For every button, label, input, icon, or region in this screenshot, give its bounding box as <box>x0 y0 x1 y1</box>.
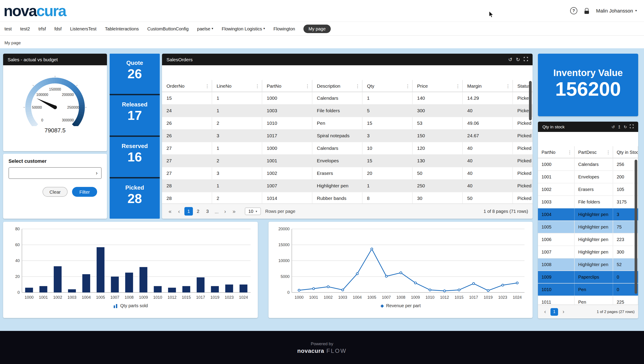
kpi-column: Quote26Released17Reserved16Picked28 <box>110 54 160 219</box>
last-page-button[interactable]: » <box>230 208 238 214</box>
tab-test2[interactable]: test2 <box>20 26 30 31</box>
next-page-button[interactable]: › <box>221 208 229 214</box>
breadcrumb[interactable]: My page <box>5 40 21 45</box>
filter-button[interactable]: Filter <box>72 187 97 197</box>
customer-filter-buttons: Clear Filter <box>9 187 102 197</box>
prev-page-button[interactable]: ‹ <box>175 208 183 214</box>
table-row[interactable]: 1004Highlighter pen3 <box>538 208 638 221</box>
page-button-1[interactable]: 1 <box>550 308 558 316</box>
column-header-margin[interactable]: Margin⋮ <box>463 80 513 92</box>
undo-icon[interactable]: ↺ <box>611 124 615 129</box>
tab-fdsf[interactable]: fdsf <box>54 26 62 31</box>
tab-test[interactable]: test <box>5 26 12 31</box>
table-row[interactable]: 2731002Erasers205040Picked <box>162 167 533 180</box>
column-header-partno[interactable]: PartNo⋮ <box>538 146 575 158</box>
column-header-partno[interactable]: PartNo⋮ <box>262 80 312 92</box>
vertical-scrollbar[interactable] <box>634 160 637 294</box>
first-page-button[interactable]: « <box>166 208 174 214</box>
lock-icon[interactable] <box>584 8 589 14</box>
column-header-description[interactable]: Description⋮ <box>312 80 363 92</box>
table-row[interactable]: 1011Pen225 <box>538 296 638 304</box>
column-menu-icon[interactable]: ⋮ <box>455 84 461 88</box>
expand-icon[interactable] <box>524 57 528 62</box>
tab-my-page[interactable]: My page <box>304 24 331 33</box>
table-row[interactable]: 2621010Pen155349.06Picked <box>162 117 533 130</box>
tab-tableinteractions[interactable]: TableInteractions <box>105 26 139 31</box>
prev-page-button[interactable]: ‹ <box>541 308 549 315</box>
table-row[interactable]: 1008Highlighter pen52 <box>538 258 638 271</box>
tab-flowington[interactable]: Flowington <box>273 26 295 31</box>
footer-brand-suffix: FLOW <box>327 347 347 354</box>
tab-label: Flowington Logistics <box>222 26 262 31</box>
rows-per-page-select[interactable]: 10 ▾ <box>245 208 261 215</box>
tab-flowington-logistics[interactable]: Flowington Logistics▾ <box>222 26 265 31</box>
svg-text:1005: 1005 <box>367 295 376 300</box>
table-row[interactable]: 2711000Calendars1012040Picked <box>162 142 533 155</box>
table-cell: 15 <box>162 92 212 104</box>
next-page-button[interactable]: › <box>560 308 567 315</box>
svg-text:1003: 1003 <box>338 295 347 300</box>
svg-text:250000: 250000 <box>67 106 79 109</box>
export-icon[interactable]: ↥ <box>617 124 621 129</box>
table-row[interactable]: 1009Paperclips0 <box>538 271 638 284</box>
table-row[interactable]: 1511000Calendars114014.29Picked <box>162 92 533 105</box>
kpi-released: Released17 <box>110 95 160 136</box>
tab-label: Flowington <box>273 26 295 31</box>
svg-text:1008: 1008 <box>125 295 134 300</box>
table-row[interactable]: 1005Highlighter pen75 <box>538 221 638 234</box>
clear-button[interactable]: Clear <box>43 187 68 197</box>
column-menu-icon[interactable]: ⋮ <box>254 84 260 88</box>
column-menu-icon[interactable]: ⋮ <box>505 84 511 88</box>
table-row[interactable]: 1006Highlighter pen223 <box>538 234 638 246</box>
tab-listenerstest[interactable]: ListenersTest <box>70 26 96 31</box>
page-button-3[interactable]: 3 <box>203 207 212 216</box>
table-cell: 130 <box>413 155 463 167</box>
column-header-qty-in-stock[interactable]: Qty in Stock <box>613 146 638 158</box>
help-icon[interactable]: ? <box>570 7 577 14</box>
tab-custombuttonconfig[interactable]: CustomButtonConfig <box>147 26 189 31</box>
page-button-1[interactable]: 1 <box>184 207 193 216</box>
customer-select-input[interactable]: › <box>9 167 102 179</box>
expand-icon[interactable] <box>630 124 634 129</box>
revenue-per-part-chart-card: 0500010000150002000010001001100210031004… <box>268 222 533 318</box>
table-cell: Picked <box>513 142 533 154</box>
column-header-partdesc[interactable]: PartDesc⋮ <box>575 146 613 158</box>
column-header-qty[interactable]: Qty⋮ <box>363 80 413 92</box>
refresh-icon[interactable]: ↻ <box>516 56 520 62</box>
column-menu-icon[interactable]: ⋮ <box>355 84 361 88</box>
table-row[interactable]: 2821014Rubber bands83050Picked <box>162 192 533 204</box>
more-pages-button[interactable]: ... <box>213 208 220 214</box>
vertical-scrollbar[interactable] <box>529 81 532 120</box>
tab-trfsf[interactable]: trfsf <box>39 26 46 31</box>
table-row[interactable]: 1001Envelopes200 <box>538 171 638 183</box>
column-menu-icon[interactable]: ⋮ <box>605 150 611 154</box>
column-header-price[interactable]: Price⋮ <box>413 80 463 92</box>
undo-icon[interactable]: ↺ <box>508 56 512 62</box>
column-header-orderno[interactable]: OrderNo⋮ <box>162 80 212 92</box>
kpi-label: Reserved <box>122 143 148 149</box>
table-row[interactable]: 1007Highlighter pen300 <box>538 246 638 258</box>
table-row[interactable]: 1003File folders3175 <box>538 196 638 208</box>
legend-label: Qty parts sold <box>120 303 148 308</box>
table-row[interactable]: 1002Erasers105 <box>538 183 638 196</box>
table-row[interactable]: 2811007Highlighter pen125040Picked <box>162 180 533 192</box>
column-menu-icon[interactable]: ⋮ <box>405 84 411 88</box>
column-menu-icon[interactable]: ⋮ <box>567 150 573 154</box>
table-row[interactable]: 1000Calendars256 <box>538 158 638 171</box>
column-menu-icon[interactable]: ⋮ <box>204 84 210 88</box>
table-row[interactable]: 1010Pen0 <box>538 284 638 296</box>
column-header-label: Status <box>517 83 531 88</box>
table-row[interactable]: 2631017Spiral notepads315024.67Picked <box>162 130 533 142</box>
user-menu[interactable]: Malin Johansson ▾ <box>596 8 637 14</box>
page-button-2[interactable]: 2 <box>194 207 202 216</box>
column-menu-icon[interactable]: ⋮ <box>304 84 310 88</box>
table-row[interactable]: 2721001Envelopes1513040Picked <box>162 155 533 167</box>
sales-orders-card: SalesOrders ↺ ↻ OrderNo⋮LineNo⋮PartNo⋮De… <box>162 54 533 219</box>
svg-text:60: 60 <box>15 242 20 247</box>
tab-paelse[interactable]: paelse▾ <box>197 26 213 31</box>
refresh-icon[interactable]: ↻ <box>624 124 627 129</box>
tab-label: fdsf <box>54 26 62 31</box>
table-row[interactable]: 2411003File folders530040Picked <box>162 105 533 117</box>
svg-text:1019: 1019 <box>210 295 219 300</box>
column-header-lineno[interactable]: LineNo⋮ <box>212 80 262 92</box>
